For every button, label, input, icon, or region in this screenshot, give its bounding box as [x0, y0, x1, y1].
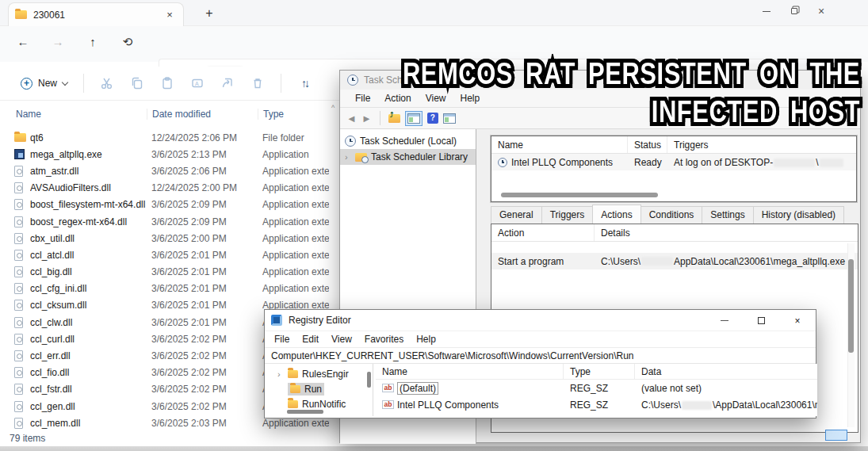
scissors-icon: [100, 76, 114, 90]
back-icon[interactable]: ←: [14, 35, 32, 48]
task-column-triggers[interactable]: Triggers: [667, 136, 856, 153]
dll-icon: [14, 250, 23, 261]
tab-general[interactable]: General: [491, 206, 542, 224]
menu-action[interactable]: Action: [377, 90, 418, 106]
registry-value-row[interactable]: ab(Default) REG_SZ (value not set): [376, 380, 817, 396]
minimize-icon[interactable]: [763, 11, 770, 12]
back-icon[interactable]: ◄: [346, 113, 357, 124]
file-row[interactable]: AVSAudioFilters.dll 12/24/2025 2:00 PM A…: [0, 180, 341, 197]
file-row[interactable]: qt6 12/24/2025 2:06 PM File folder: [0, 129, 341, 146]
forward-icon[interactable]: ►: [361, 113, 372, 124]
tab-close-icon[interactable]: ×: [163, 8, 177, 22]
new-tab-button[interactable]: +: [200, 5, 219, 24]
registry-values-pane: Name Type Data ab(Default) REG_SZ (value…: [376, 364, 817, 416]
task-icon: [498, 158, 507, 167]
file-row[interactable]: boost_filesystem-mt-x64.dll 3/6/2025 2:0…: [0, 197, 341, 213]
file-row[interactable]: ccl_atcl.dll 3/6/2025 2:01 PM Applicatio…: [0, 247, 341, 263]
dll-icon: [14, 199, 23, 210]
console-tree-button[interactable]: [405, 111, 423, 126]
task-scheduler-icon: [347, 75, 358, 86]
tab-actions[interactable]: Actions: [592, 204, 640, 224]
action-pane-icon[interactable]: [443, 113, 456, 124]
up-icon[interactable]: ↑: [84, 35, 101, 48]
tree-item-run[interactable]: Run: [265, 381, 373, 396]
minimize-button[interactable]: [706, 310, 743, 331]
explorer-tab[interactable]: 230061 ×: [8, 2, 184, 26]
close-icon[interactable]: ×: [818, 5, 824, 17]
file-row[interactable]: mega_altpllq.exe 3/6/2025 2:13 PM Applic…: [0, 146, 341, 162]
close-button[interactable]: ×: [779, 310, 816, 331]
tree-item-library[interactable]: › Task Scheduler Library: [340, 149, 476, 165]
menu-file[interactable]: File: [268, 332, 296, 346]
restore-icon[interactable]: [791, 8, 797, 14]
column-header-name[interactable]: Name: [0, 109, 147, 120]
menu-edit[interactable]: Edit: [296, 332, 325, 346]
value-column-type[interactable]: Type: [564, 364, 635, 379]
copy-button[interactable]: [122, 71, 152, 95]
file-row[interactable]: ccl_cfg_ini.dll 3/6/2025 2:01 PM Applica…: [0, 281, 341, 297]
sort-button[interactable]: ↑↓: [289, 71, 319, 95]
file-row[interactable]: boost_regex-mt-x64.dll 3/6/2025 2:09 PM …: [0, 213, 341, 230]
tree-item-local[interactable]: Task Scheduler (Local): [340, 133, 476, 149]
horizontal-scrollbar-thumb[interactable]: [501, 193, 658, 197]
dll-icon: [14, 283, 23, 294]
registry-address-bar[interactable]: Computer\HKEY_CURRENT_USER\Software\Micr…: [265, 348, 816, 364]
tab-settings[interactable]: Settings: [702, 206, 753, 224]
menu-favorites[interactable]: Favorites: [358, 332, 410, 346]
expander-icon[interactable]: ›: [277, 369, 284, 379]
actions-column-action[interactable]: Action: [491, 224, 595, 241]
paste-button[interactable]: [152, 71, 182, 95]
file-row[interactable]: cbx_util.dll 3/6/2025 2:00 PM Applicatio…: [0, 230, 341, 247]
tab-history-disabled[interactable]: History (disabled): [753, 206, 844, 224]
column-header-type[interactable]: Type: [258, 109, 324, 120]
tab-conditions[interactable]: Conditions: [640, 206, 703, 224]
task-row[interactable]: Intel PLLQ Components Ready At log on of…: [491, 154, 856, 170]
rename-button[interactable]: A: [182, 71, 212, 95]
tree-horizontal-scrollbar-thumb[interactable]: [287, 410, 323, 414]
new-button[interactable]: + New: [13, 73, 75, 94]
tree-item-rulesengine[interactable]: › RulesEngir: [265, 366, 373, 381]
task-column-status[interactable]: Status: [628, 136, 667, 153]
registry-value-row[interactable]: abIntel PLLQ Components REG_SZ C:\Users\…: [376, 396, 817, 413]
file-row[interactable]: atm_astr.dll 3/6/2025 2:06 PM Applicatio…: [0, 162, 341, 179]
file-list-headers: Name Date modified Type: [0, 103, 341, 125]
dll-icon: [14, 334, 23, 345]
cut-button[interactable]: [92, 71, 122, 95]
tree-vertical-scrollbar-thumb[interactable]: [367, 372, 371, 388]
expander-icon[interactable]: ›: [345, 152, 351, 162]
dll-icon: [14, 317, 23, 328]
scrollbar-up-icon[interactable]: ^: [331, 104, 335, 112]
task-detail-tabs: GeneralTriggersActionsConditionsSettings…: [491, 207, 857, 224]
vertical-scrollbar-thumb[interactable]: [848, 259, 854, 353]
share-button[interactable]: [212, 71, 243, 95]
value-column-data[interactable]: Data: [635, 364, 817, 379]
menu-file[interactable]: File: [348, 90, 377, 106]
delete-button[interactable]: [243, 71, 273, 95]
window-title: Task Scheduler: [364, 75, 429, 86]
window-title: Registry Editor: [289, 315, 351, 326]
help-icon[interactable]: ?: [427, 113, 438, 124]
menu-help[interactable]: Help: [410, 332, 442, 346]
forward-icon: →: [49, 35, 67, 48]
menu-help[interactable]: Help: [453, 90, 488, 106]
task-column-name[interactable]: Name: [491, 136, 628, 153]
tab-triggers[interactable]: Triggers: [541, 206, 594, 224]
folder-icon: [15, 10, 27, 19]
exe-icon: [14, 149, 25, 159]
value-column-name[interactable]: Name: [376, 364, 564, 379]
maximize-button[interactable]: [743, 310, 779, 331]
show-hide-tree-icon[interactable]: [388, 114, 400, 123]
action-row[interactable]: Start a program C:\Users\AppData\Local\2…: [491, 253, 858, 269]
column-header-date[interactable]: Date modified: [147, 109, 258, 120]
actions-column-details[interactable]: Details: [595, 224, 858, 241]
file-row[interactable]: ccl_big.dll 3/6/2025 2:01 PM Application…: [0, 264, 341, 281]
dll-icon: [14, 233, 23, 244]
refresh-icon[interactable]: ⟲: [119, 35, 136, 49]
paste-icon: [160, 76, 174, 90]
plus-icon: +: [21, 78, 33, 90]
folder-icon: [14, 133, 26, 142]
registry-menu-bar: File Edit View Favorites Help: [265, 331, 816, 348]
menu-view[interactable]: View: [325, 332, 358, 346]
menu-view[interactable]: View: [419, 90, 453, 106]
chevron-down-icon: [62, 78, 68, 85]
